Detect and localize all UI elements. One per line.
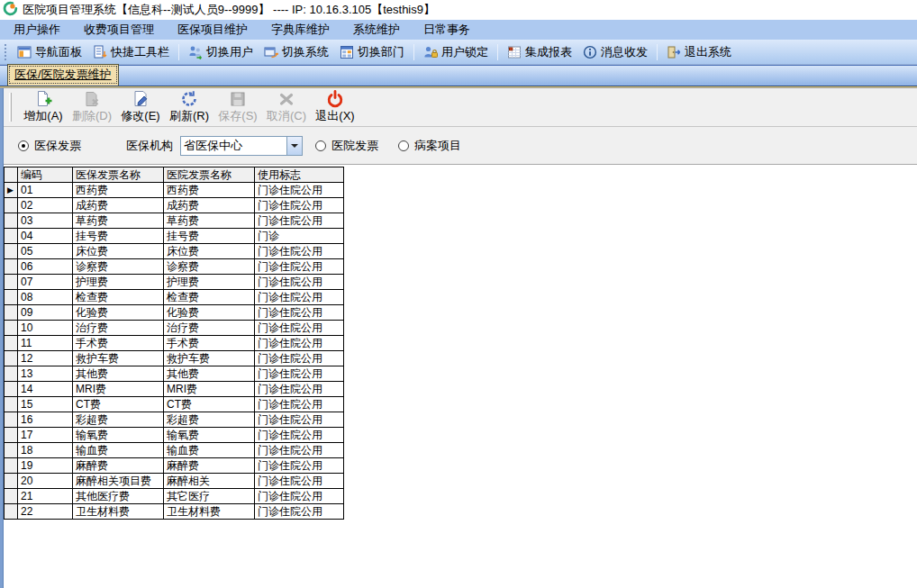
cell[interactable]: 成药费 — [73, 198, 164, 213]
cell[interactable]: 门诊住院公用 — [255, 336, 344, 351]
cell[interactable]: 诊察费 — [73, 259, 164, 275]
toolbar-quick-toolbar[interactable]: 快捷工具栏 — [87, 42, 175, 62]
cell[interactable]: 输血费 — [164, 443, 255, 458]
cell[interactable]: 门诊住院公用 — [255, 412, 344, 428]
cell[interactable]: 检查费 — [73, 290, 164, 305]
cell[interactable]: 门诊住院公用 — [255, 443, 344, 458]
cell[interactable]: 门诊住院公用 — [255, 504, 344, 520]
toolbar-nav-panel[interactable]: 导航面板 — [12, 42, 87, 62]
row-indicator[interactable] — [5, 504, 18, 520]
cell[interactable]: 成药费 — [164, 198, 255, 213]
row-indicator[interactable] — [5, 321, 18, 336]
radio-hospital-invoice-circle[interactable] — [315, 140, 326, 151]
radio-medins-invoice[interactable]: 医保发票 — [18, 138, 81, 154]
selected-row-indicator[interactable]: ▶ — [5, 183, 18, 198]
cell[interactable]: 06 — [18, 259, 73, 275]
cell[interactable]: 草药费 — [73, 213, 164, 229]
toolbar-exit-door[interactable]: 退出系统 — [661, 42, 737, 62]
toolbar-report[interactable]: 集成报表 — [502, 42, 577, 62]
cell[interactable]: 彩超费 — [164, 412, 255, 428]
row-indicator[interactable] — [5, 244, 18, 259]
combo-dropdown-button[interactable] — [286, 137, 302, 155]
row-indicator[interactable] — [5, 259, 18, 275]
cell[interactable]: 02 — [18, 198, 73, 213]
cell[interactable]: 01 — [18, 183, 73, 198]
cell[interactable]: 门诊住院公用 — [255, 489, 344, 504]
cell[interactable]: 其他费 — [73, 366, 164, 382]
cell[interactable]: 门诊住院公用 — [255, 474, 344, 489]
cell[interactable]: 西药费 — [73, 183, 164, 198]
cell[interactable]: MRI费 — [73, 382, 164, 397]
cell[interactable]: 挂号费 — [164, 229, 255, 244]
cell[interactable]: 手术费 — [164, 336, 255, 351]
cell[interactable]: 门诊住院公用 — [255, 321, 344, 336]
menu-item-0[interactable]: 用户操作 — [2, 20, 72, 40]
row-indicator[interactable] — [5, 443, 18, 458]
row-indicator[interactable] — [5, 428, 18, 443]
row-indicator[interactable] — [5, 397, 18, 412]
cell[interactable]: 门诊住院公用 — [255, 428, 344, 443]
cell[interactable]: 门诊住院公用 — [255, 183, 344, 198]
tab-invoice-maintenance[interactable]: 医保/医院发票维护 — [7, 64, 119, 86]
cell[interactable]: 14 — [18, 382, 73, 397]
cell[interactable]: 护理费 — [164, 275, 255, 290]
cell[interactable]: 麻醉费 — [164, 458, 255, 474]
cell[interactable]: 输氧费 — [164, 428, 255, 443]
cell[interactable]: 门诊住院公用 — [255, 366, 344, 382]
row-indicator[interactable] — [5, 474, 18, 489]
cell[interactable]: 护理费 — [73, 275, 164, 290]
row-indicator[interactable] — [5, 213, 18, 229]
cell[interactable]: 门诊住院公用 — [255, 244, 344, 259]
cell[interactable]: 08 — [18, 290, 73, 305]
cell[interactable]: 22 — [18, 504, 73, 520]
cell[interactable]: 化验费 — [164, 305, 255, 321]
row-indicator[interactable] — [5, 290, 18, 305]
row-indicator[interactable] — [5, 198, 18, 213]
cell[interactable]: 其他医疗费 — [73, 489, 164, 504]
cell[interactable]: 检查费 — [164, 290, 255, 305]
cell[interactable]: 救护车费 — [164, 351, 255, 366]
radio-medins-invoice-circle[interactable] — [18, 140, 29, 151]
cell[interactable]: 04 — [18, 229, 73, 244]
row-indicator[interactable] — [5, 275, 18, 290]
cell[interactable]: 草药费 — [164, 213, 255, 229]
menu-item-1[interactable]: 收费项目管理 — [72, 20, 166, 40]
cell[interactable]: 挂号费 — [73, 229, 164, 244]
cell[interactable]: 其它医疗 — [164, 489, 255, 504]
cell[interactable]: 手术费 — [73, 336, 164, 351]
refresh-button[interactable]: 刷新(R) — [165, 90, 213, 124]
cell[interactable]: 其他费 — [164, 366, 255, 382]
cell[interactable]: 麻醉相关 — [164, 474, 255, 489]
cell[interactable]: 门诊住院公用 — [255, 458, 344, 474]
cell[interactable]: 治疗费 — [164, 321, 255, 336]
menu-item-2[interactable]: 医保项目维护 — [166, 20, 259, 40]
toolbar-switch-system[interactable]: 切换系统 — [259, 42, 334, 62]
row-indicator[interactable] — [5, 336, 18, 351]
cell[interactable]: 卫生材料费 — [164, 504, 255, 520]
menu-item-4[interactable]: 系统维护 — [341, 20, 412, 40]
row-indicator[interactable] — [5, 489, 18, 504]
toolbar-message[interactable]: 消息收发 — [577, 42, 653, 62]
cell[interactable]: 19 — [18, 458, 73, 474]
cell[interactable]: 12 — [18, 351, 73, 366]
menu-item-5[interactable]: 日常事务 — [412, 20, 482, 40]
cell[interactable]: 床位费 — [164, 244, 255, 259]
cell[interactable]: 门诊住院公用 — [255, 213, 344, 229]
cell[interactable]: 门诊住院公用 — [255, 290, 344, 305]
cell[interactable]: 15 — [18, 397, 73, 412]
cell[interactable]: MRI费 — [164, 382, 255, 397]
power-button[interactable]: 退出(X) — [311, 90, 359, 124]
row-indicator[interactable] — [5, 366, 18, 382]
cell[interactable]: 07 — [18, 275, 73, 290]
cell[interactable]: 门诊 — [255, 229, 344, 244]
cell[interactable]: 输血费 — [73, 443, 164, 458]
row-indicator[interactable] — [5, 382, 18, 397]
cell[interactable]: 11 — [18, 336, 73, 351]
toolbar-switch-dept[interactable]: 切换部门 — [334, 42, 410, 62]
edit-button[interactable]: 修改(E) — [116, 90, 165, 124]
toolbar-switch-user[interactable]: 切换用户 — [183, 42, 259, 62]
cell[interactable]: 救护车费 — [73, 351, 164, 366]
menu-item-3[interactable]: 字典库维护 — [259, 20, 341, 40]
row-indicator[interactable] — [5, 458, 18, 474]
cell[interactable]: 17 — [18, 428, 73, 443]
